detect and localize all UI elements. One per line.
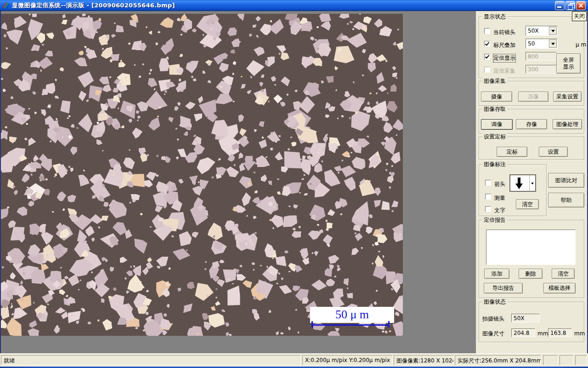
- micrograph-image: [1, 14, 403, 336]
- fullscreen-button[interactable]: 全屏 显示: [556, 53, 581, 74]
- report-listbox[interactable]: [486, 230, 576, 265]
- window-title: 显微图像定倍系统--演示版 - [20090602055646.bmp]: [12, 1, 555, 10]
- app-window: 显微图像定倍系统--演示版 - [20090602055646.bmp] × 5…: [0, 0, 588, 368]
- export-report-button[interactable]: 导出报告: [484, 283, 523, 293]
- group-display-status: 显示状态 当前镜头 50X 标尺叠加 50 μ m 定倍显示 800 定倍采: [479, 17, 584, 78]
- combo-scale-value-text: 50: [528, 40, 535, 47]
- scale-bar-line: [311, 324, 390, 326]
- close-icon: ×: [577, 1, 585, 10]
- label-micron-unit: μ m: [576, 41, 586, 48]
- field-shooting-lens: 50X: [511, 314, 540, 322]
- status-spare-panel: [543, 355, 558, 365]
- status-pixel-scale: X:0.200μ m/pix Y:0.200μ m/pix: [302, 355, 393, 365]
- combo-current-lens-value: 50X: [528, 28, 539, 34]
- checkbox-measure[interactable]: [485, 194, 491, 200]
- down-arrow-icon: [514, 177, 524, 190]
- combo-current-lens[interactable]: 50X: [526, 26, 558, 36]
- status-image-pixels: 图像像素:1280 X 1024: [394, 355, 454, 365]
- freeze-button: 冻像: [518, 92, 548, 102]
- group-report: 定倍报告 添加 删除 清空 导出报告 模板选择: [479, 220, 584, 298]
- report-clear-button[interactable]: 清空: [552, 269, 575, 279]
- label-shooting-lens: 拍摄镜头: [482, 315, 504, 323]
- minimize-button[interactable]: [555, 1, 565, 10]
- chevron-down-icon[interactable]: [549, 40, 557, 48]
- group-calibration: 设置定标 定标 设置: [479, 137, 584, 160]
- scale-bar-tick-left: [311, 321, 313, 328]
- settings-button[interactable]: 设置: [539, 147, 568, 157]
- control-panel: 显示状态 当前镜头 50X 标尺叠加 50 μ m 定倍显示 800 定倍采: [476, 11, 588, 353]
- label-image-size: 图像尺寸: [482, 330, 504, 338]
- capture-button[interactable]: 摄像: [481, 92, 512, 102]
- template-select-button[interactable]: 模板选择: [543, 283, 576, 293]
- input-fixed-capture: 300: [526, 65, 557, 74]
- capture-settings-button[interactable]: 采集设置: [553, 92, 582, 102]
- label-fixed-capture: 定倍采集: [493, 67, 515, 75]
- checkbox-current-lens[interactable]: [484, 28, 490, 34]
- group-image-status: 图像状态 拍摄镜头 50X 图像尺寸 204.8 mm 163.8 mm: [479, 302, 584, 342]
- group-annotation: 图像标注 箭头 测量 文字 清空: [479, 164, 547, 216]
- group-image-status-title: 图像状态: [482, 299, 507, 305]
- group-calibration-title: 设置定标: [482, 133, 507, 140]
- group-image-capture: 图像采集 摄像 冻像 采集设置: [479, 81, 584, 106]
- titlebar: 显微图像定倍系统--演示版 - [20090602055646.bmp] ×: [0, 0, 588, 11]
- report-add-button[interactable]: 添加: [484, 269, 509, 279]
- scale-bar-tick-right: [388, 321, 390, 328]
- label-current-lens: 当前镜头: [493, 29, 515, 36]
- label-scale-overlay: 标尺叠加: [493, 41, 515, 49]
- label-arrow: 箭头: [494, 180, 505, 188]
- label-text: 文字: [494, 207, 505, 214]
- atlas-compare-button[interactable]: 图谱比对: [548, 173, 584, 188]
- status-spare-panel: [560, 355, 573, 365]
- label-width-unit: mm: [537, 330, 548, 337]
- app-icon: [2, 1, 10, 9]
- chevron-down-icon[interactable]: [549, 27, 557, 35]
- field-image-height: 163.8: [548, 328, 572, 337]
- save-image-button[interactable]: 存像: [516, 119, 547, 129]
- input-fixed-display: 800: [526, 52, 557, 61]
- group-image-capture-title: 图像采集: [482, 78, 507, 84]
- checkbox-fixed-display[interactable]: [484, 54, 490, 60]
- window-left-border: [0, 11, 1, 353]
- status-ready: 就绪: [1, 355, 301, 365]
- group-report-title: 定倍报告: [482, 217, 507, 223]
- group-display-status-title: 显示状态: [482, 13, 507, 20]
- close-tooltip: 关闭: [572, 12, 587, 21]
- client-area: 50 μ m 显示状态 当前镜头 50X 标尺叠加 50: [0, 11, 588, 353]
- arrow-style-combo[interactable]: [509, 174, 536, 192]
- clear-annotation-button[interactable]: 清空: [516, 199, 539, 209]
- restore-button[interactable]: [565, 1, 575, 10]
- help-button[interactable]: 帮助: [548, 193, 584, 207]
- combo-scale-value[interactable]: 50: [526, 39, 558, 49]
- status-actual-size: 实际尺寸:256.0mm X 204.8mm: [455, 355, 541, 365]
- label-fixed-display: 定倍显示: [493, 54, 515, 62]
- checkbox-arrow[interactable]: [485, 180, 491, 186]
- label-height-unit: mm: [574, 330, 585, 337]
- load-image-button[interactable]: 调像: [481, 119, 513, 130]
- close-button[interactable]: ×: [576, 1, 586, 10]
- group-image-storage: 图像存取 调像 存像 图像处理: [479, 109, 584, 134]
- label-measure: 测量: [494, 194, 505, 202]
- scale-bar-label: 50 μ m: [310, 307, 394, 323]
- status-spare-panel: [575, 355, 587, 365]
- checkbox-fixed-capture: [484, 67, 490, 73]
- image-viewer: 50 μ m: [0, 11, 476, 353]
- checkbox-text[interactable]: [485, 206, 491, 212]
- image-processing-button[interactable]: 图像处理: [553, 119, 582, 129]
- statusbar: 就绪 X:0.200μ m/pix Y:0.200μ m/pix 图像像素:12…: [0, 353, 588, 367]
- field-image-width: 204.8: [511, 328, 535, 337]
- checkbox-scale-overlay[interactable]: [484, 41, 490, 47]
- group-image-storage-title: 图像存取: [482, 106, 507, 112]
- group-annotation-title: 图像标注: [482, 161, 507, 167]
- calibrate-button[interactable]: 定标: [497, 147, 527, 157]
- scale-bar: 50 μ m: [310, 307, 394, 329]
- chevron-down-icon[interactable]: [529, 175, 535, 191]
- report-delete-button[interactable]: 删除: [519, 269, 543, 279]
